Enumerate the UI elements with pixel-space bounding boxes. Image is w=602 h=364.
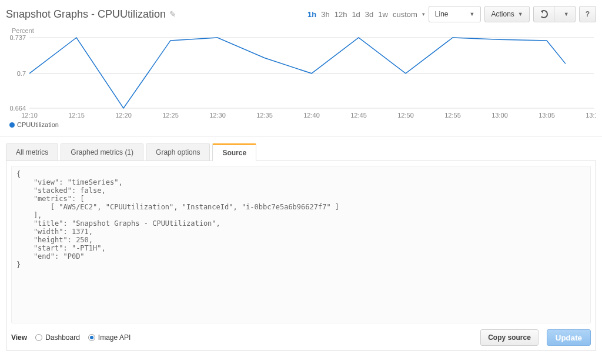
time-range-1d[interactable]: 1d [352, 10, 360, 19]
svg-text:12:45: 12:45 [350, 112, 367, 119]
y-axis-label: Percent [12, 27, 34, 34]
chart-type-select[interactable]: Line ▼ [429, 6, 481, 22]
actions-button[interactable]: Actions ▼ [484, 6, 529, 22]
legend-label: CPUUtilization [17, 121, 59, 128]
time-range-3h[interactable]: 3h [321, 10, 329, 19]
copy-source-button[interactable]: Copy source [480, 329, 539, 346]
svg-text:12:40: 12:40 [303, 112, 320, 119]
svg-text:12:30: 12:30 [209, 112, 226, 119]
time-range-12h[interactable]: 12h [335, 10, 347, 19]
svg-text:12:55: 12:55 [444, 112, 461, 119]
radio-image-api[interactable]: Image API [88, 333, 131, 342]
refresh-icon [540, 10, 548, 18]
tab-source[interactable]: Source [212, 143, 256, 161]
time-range-1h[interactable]: 1h [307, 10, 316, 19]
svg-text:12:15: 12:15 [68, 112, 85, 119]
svg-text:0.7: 0.7 [17, 70, 26, 77]
view-label: View [11, 333, 27, 342]
svg-text:13:10: 13:10 [586, 112, 596, 119]
edit-title-icon[interactable]: ✎ [169, 9, 176, 19]
help-button[interactable]: ? [579, 6, 596, 22]
svg-text:0.664: 0.664 [9, 105, 26, 112]
tab-graphed-metrics-1-[interactable]: Graphed metrics (1) [61, 143, 143, 161]
svg-text:13:05: 13:05 [539, 112, 555, 119]
caret-down-icon: ▾ [422, 11, 425, 17]
metric-chart: Percent 0.6640.70.73712:1012:1512:2012:2… [6, 27, 596, 132]
refresh-options-button[interactable]: ▼ [554, 6, 576, 22]
time-range-custom[interactable]: custom [393, 10, 417, 19]
chart-type-value: Line [435, 10, 449, 18]
svg-text:12:25: 12:25 [162, 112, 179, 119]
time-range-1w[interactable]: 1w [378, 10, 388, 19]
source-panel: { "view": "timeSeries", "stacked": false… [6, 161, 596, 351]
source-tabs: All metricsGraphed metrics (1)Graph opti… [6, 143, 596, 161]
svg-text:0.737: 0.737 [9, 34, 26, 41]
caret-down-icon: ▼ [470, 11, 475, 17]
chart-legend: CPUUtilization [9, 121, 596, 128]
svg-text:12:35: 12:35 [256, 112, 273, 119]
time-range-3d[interactable]: 3d [365, 10, 373, 19]
legend-color-icon [9, 122, 15, 128]
caret-down-icon: ▼ [518, 11, 523, 17]
source-code-textarea[interactable]: { "view": "timeSeries", "stacked": false… [11, 166, 591, 323]
radio-dashboard[interactable]: Dashboard [35, 333, 80, 342]
time-range-picker: 1h3h12h1d3d1wcustom▾ [307, 10, 425, 19]
svg-text:13:00: 13:00 [491, 112, 508, 119]
svg-text:12:10: 12:10 [21, 112, 38, 119]
tab-all-metrics[interactable]: All metrics [6, 143, 58, 161]
svg-text:12:50: 12:50 [397, 112, 414, 119]
update-button[interactable]: Update [547, 329, 591, 346]
page-title: Snapshot Graphs - CPUUtilization [6, 8, 166, 21]
refresh-button[interactable] [533, 6, 554, 22]
svg-text:12:20: 12:20 [115, 112, 132, 119]
caret-down-icon: ▼ [564, 11, 569, 17]
tab-graph-options[interactable]: Graph options [146, 143, 210, 161]
